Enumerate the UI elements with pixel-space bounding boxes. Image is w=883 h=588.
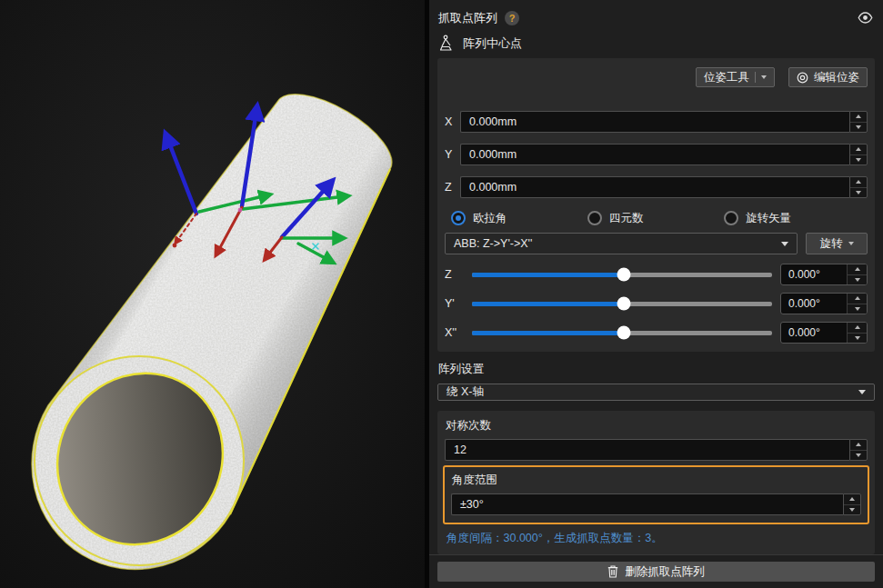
pose-card: 位姿工具 编辑位姿 X 0.000mm Y 0.000mm <box>437 58 875 352</box>
delete-array-button[interactable]: 删除抓取点阵列 <box>437 562 875 582</box>
slider-row-x: X'' 0.000° <box>445 321 868 344</box>
coordinate-row-x: X 0.000mm <box>445 111 868 133</box>
z-rotation-value[interactable]: 0.000° <box>780 264 868 285</box>
edit-pose-button[interactable]: 编辑位姿 <box>788 67 868 87</box>
3d-viewport[interactable] <box>0 0 425 588</box>
point-cloud-scene <box>0 0 425 588</box>
z-stepper[interactable] <box>849 176 868 198</box>
z-rotation-slider[interactable] <box>472 273 772 277</box>
array-axis-select[interactable]: 绕 X-轴 <box>437 384 875 401</box>
array-card: 对称次数 12 角度范围 ±30° 角度间隔：30.000°，生成抓取点数量：3… <box>437 411 875 554</box>
y-rotation-value[interactable]: 0.000° <box>780 293 868 314</box>
help-icon[interactable]: ? <box>505 11 519 25</box>
x-rotation-value[interactable]: 0.000° <box>780 322 868 344</box>
radio-dot <box>451 211 466 225</box>
page-title: 抓取点阵列 <box>438 10 497 26</box>
radio-euler[interactable]: 欧拉角 <box>451 211 587 226</box>
grasp-array-panel: 抓取点阵列 ? 阵列中心点 位姿工具 <box>429 0 883 588</box>
angle-range-field[interactable]: ±30° <box>451 493 843 515</box>
target-icon <box>797 72 808 84</box>
visibility-toggle[interactable] <box>858 12 873 24</box>
array-settings-label: 阵列设置 <box>438 362 874 377</box>
rotation-format-group: 欧拉角 四元数 旋转矢量 <box>451 211 868 225</box>
stepper[interactable] <box>847 323 867 343</box>
gripper-icon <box>438 35 455 53</box>
symmetry-count-row: 12 <box>445 439 868 461</box>
eye-icon <box>858 12 873 24</box>
symmetry-count-label: 对称次数 <box>446 418 868 434</box>
radio-rotation-vector[interactable]: 旋转矢量 <box>724 211 791 226</box>
slider-row-z: Z 0.000° <box>445 263 868 286</box>
pose-toolbar: 位姿工具 编辑位姿 <box>445 67 868 87</box>
z-coordinate-field[interactable]: 0.000mm <box>460 176 849 198</box>
x-rotation-slider[interactable] <box>472 331 772 335</box>
panel-footer: 删除抓取点阵列 <box>429 554 883 588</box>
slider-handle[interactable] <box>617 297 630 311</box>
euler-convention-row: ABB: Z->Y'->X'' 旋转 <box>445 233 868 254</box>
radio-dot <box>724 211 738 225</box>
radio-quaternion[interactable]: 四元数 <box>587 211 724 226</box>
panel-header: 抓取点阵列 ? <box>429 0 883 28</box>
symmetry-count-stepper[interactable] <box>849 439 868 461</box>
angle-range-row: ±30° <box>451 493 861 515</box>
y-stepper[interactable] <box>849 144 868 165</box>
slider-row-y: Y' 0.000° <box>445 292 868 315</box>
rotation-sliders: Z 0.000° Y' 0.000° <box>445 263 868 344</box>
stepper[interactable] <box>847 294 867 314</box>
symmetry-count-field[interactable]: 12 <box>445 439 849 461</box>
array-center-section: 阵列中心点 <box>438 35 874 53</box>
radio-dot <box>587 211 602 225</box>
chevron-down-icon <box>848 242 854 245</box>
pose-tools-button[interactable]: 位姿工具 <box>696 67 775 87</box>
x-stepper[interactable] <box>849 111 868 133</box>
angle-range-label: 角度范围 <box>452 473 861 488</box>
euler-convention-select[interactable]: ABB: Z->Y'->X'' <box>445 233 798 254</box>
rotate-button[interactable]: 旋转 <box>806 233 868 254</box>
chevron-down-icon <box>761 75 767 79</box>
coordinate-row-z: Z 0.000mm <box>445 176 868 198</box>
trash-icon <box>607 565 618 578</box>
y-coordinate-field[interactable]: 0.000mm <box>460 144 849 165</box>
slider-handle[interactable] <box>617 326 630 340</box>
x-coordinate-field[interactable]: 0.000mm <box>460 111 849 133</box>
chevron-down-icon <box>858 390 866 394</box>
y-rotation-slider[interactable] <box>472 302 772 306</box>
chevron-down-icon <box>781 242 788 246</box>
generation-hint: 角度间隔：30.000°，生成抓取点数量：3。 <box>447 531 866 546</box>
slider-handle[interactable] <box>617 268 630 282</box>
angle-range-stepper[interactable] <box>843 493 861 515</box>
array-center-label: 阵列中心点 <box>463 35 522 52</box>
angle-range-highlight: 角度范围 ±30° <box>443 465 869 524</box>
stepper[interactable] <box>847 264 867 284</box>
coordinate-row-y: Y 0.000mm <box>445 144 868 165</box>
